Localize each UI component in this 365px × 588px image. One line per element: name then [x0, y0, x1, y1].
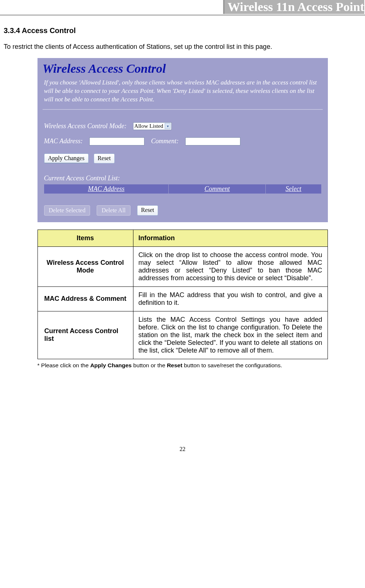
info-header-items: Items — [37, 230, 133, 246]
delete-all-button[interactable]: Delete All — [97, 205, 130, 216]
acl-header-select: Select — [266, 184, 321, 194]
router-panel-description: If you choose 'Allowed Listed', only tho… — [37, 77, 328, 109]
row-info: Fill in the MAC address that you wish to… — [133, 286, 328, 311]
mode-select-value: Allow Listed — [134, 123, 163, 129]
router-ui-panel: Wireless Access Control If you choose 'A… — [37, 58, 328, 222]
table-row: MAC Address & Comment Fill in the MAC ad… — [37, 286, 328, 311]
reset-button[interactable]: Reset — [94, 154, 115, 163]
acl-header-mac: MAC Address — [44, 184, 169, 194]
row-item: MAC Address & Comment — [37, 286, 133, 311]
row-item: Current Access Control list — [37, 311, 133, 359]
page-header: Wireless 11n Access Point — [0, 0, 365, 15]
chevron-down-icon: ▾ — [165, 123, 171, 129]
router-panel-title: Wireless Access Control — [37, 58, 328, 77]
mac-label: MAC Address: — [44, 137, 83, 145]
row-item: Wireless Access Control Mode — [37, 246, 133, 286]
delete-selected-button[interactable]: Delete Selected — [44, 205, 90, 216]
current-list-label: Current Access Control List: — [37, 174, 328, 184]
reset-button-2[interactable]: Reset — [137, 205, 158, 216]
acl-table: MAC Address Comment Select — [44, 184, 321, 194]
comment-input[interactable] — [185, 137, 240, 145]
header-title: Wireless 11n Access Point — [223, 0, 364, 14]
row-info: Lists the MAC Access Control Settings yo… — [133, 311, 328, 359]
page-number: 22 — [4, 446, 361, 452]
footnote: * Please click on the Apply Changes butt… — [37, 362, 328, 369]
acl-header-comment: Comment — [169, 184, 266, 194]
mac-input[interactable] — [89, 137, 144, 145]
intro-text: To restrict the clients of Access authen… — [4, 43, 361, 51]
table-row: Current Access Control list Lists the MA… — [37, 311, 328, 359]
section-heading: 3.3.4 Access Control — [4, 26, 361, 35]
info-header-information: Information — [133, 230, 328, 246]
divider — [43, 109, 323, 110]
info-table: Items Information Wireless Access Contro… — [37, 230, 328, 359]
row-info: Click on the drop list to choose the acc… — [133, 246, 328, 286]
mode-label: Wireless Access Control Mode: — [44, 122, 127, 130]
table-row: Wireless Access Control Mode Click on th… — [37, 246, 328, 286]
mode-select[interactable]: Allow Listed ▾ — [133, 122, 172, 130]
apply-changes-button[interactable]: Apply Changes — [44, 154, 89, 163]
comment-label: Comment: — [151, 137, 179, 145]
